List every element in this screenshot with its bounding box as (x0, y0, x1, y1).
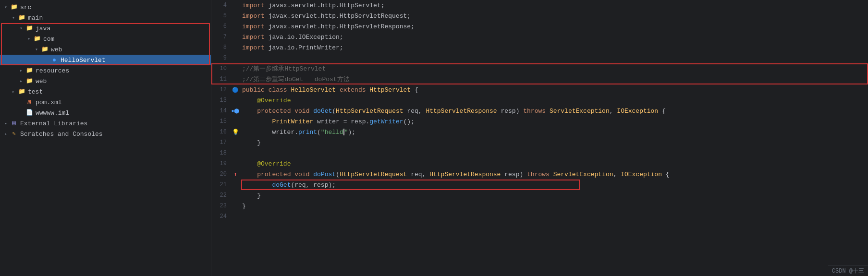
sidebar-item-label: src (20, 4, 31, 11)
code-line-6: 6 import javax.servlet.http.HttpServletR… (211, 21, 868, 32)
gutter: ⬆ (231, 171, 240, 178)
sidebar-item-pomxml[interactable]: m pom.xml (0, 97, 211, 108)
arrow-icon (10, 89, 17, 95)
ext-libs-icon: ▤ (10, 119, 18, 128)
code-line-4: 4 import javax.servlet.http.HttpServlet; (211, 0, 868, 11)
sidebar-item-java[interactable]: 📁 java (0, 23, 211, 34)
sidebar: 📁 src 📁 main 📁 java 📁 (0, 0, 211, 276)
line-number: 12 (211, 86, 231, 93)
line-number: 9 (211, 55, 231, 61)
code-line-19: 19 @Override (211, 158, 868, 169)
code-line-14: 14 ●⬤ protected void doGet(HttpServletRe… (211, 106, 868, 116)
code-line-21: 21 doGet(req, resp); (211, 180, 868, 190)
code-line-10: 10 ;//第一步继承HttpServlet (211, 63, 868, 74)
statusbar-text: CSDN @十三 (832, 268, 864, 275)
code-line-24: 24 (211, 211, 868, 222)
sidebar-item-label: com (43, 36, 54, 43)
breakpoint-icon: 🔵 (232, 87, 239, 93)
sidebar-item-web[interactable]: 📁 web (0, 44, 211, 55)
gutter: ●⬤ (231, 108, 240, 114)
folder-icon: 📁 (17, 87, 26, 96)
sidebar-item-helloservlet[interactable]: ● HelloServlet (0, 55, 211, 65)
folder-icon: 📁 (25, 77, 34, 85)
line-code: } (240, 192, 868, 199)
code-editor[interactable]: 4 import javax.servlet.http.HttpServlet;… (211, 0, 868, 276)
folder-icon: 📁 (25, 24, 34, 33)
gutter: 💡 (231, 129, 240, 136)
line-number: 7 (211, 34, 231, 40)
sidebar-item-com[interactable]: 📁 com (0, 34, 211, 44)
xml-icon: m (25, 98, 34, 107)
line-number: 13 (211, 97, 231, 104)
sidebar-item-external-libraries[interactable]: ▤ External Libraries (0, 118, 211, 129)
line-code: ;//第二步重写doGet doPost方法 (240, 75, 868, 84)
sidebar-item-web2[interactable]: 📁 web (0, 76, 211, 86)
code-line-11: 11 ;//第二步重写doGet doPost方法 (211, 74, 868, 84)
line-code: } (240, 139, 868, 146)
line-number: 15 (211, 118, 231, 125)
sidebar-item-label: wwwww.iml (36, 109, 69, 117)
line-code: @Override (240, 160, 868, 168)
sidebar-item-label: test (28, 88, 43, 96)
sidebar-item-scratches[interactable]: ✎ Scratches and Consoles (0, 129, 211, 139)
line-code: import javax.servlet.http.HttpServlet; (240, 2, 868, 9)
line-number: 10 (211, 65, 231, 72)
sidebar-item-label: External Libraries (20, 120, 87, 127)
line-code: protected void doPost(HttpServletRequest… (240, 171, 868, 178)
code-line-9: 9 (211, 53, 868, 63)
sidebar-item-label: java (36, 25, 50, 32)
line-code: writer.print("helld"); (240, 129, 868, 136)
arrow-icon (17, 78, 25, 84)
line-code: ;//第一步继承HttpServlet (240, 64, 868, 73)
folder-icon: 📁 (33, 35, 41, 43)
line-code: @Override (240, 97, 868, 104)
code-line-17: 17 } (211, 137, 868, 148)
line-code (240, 213, 868, 220)
line-code: import java.io.PrintWriter; (240, 44, 868, 51)
arrow-icon (25, 36, 33, 42)
code-line-12: 12 🔵 public class HelloServlet extends H… (211, 84, 868, 95)
sidebar-item-iml[interactable]: 📄 wwwww.iml (0, 108, 211, 118)
line-number: 5 (211, 12, 231, 19)
arrow-up-icon: ⬆ (234, 171, 237, 178)
highlighted-group: 📁 java 📁 com 📁 web ● (0, 23, 211, 65)
code-content: 4 import javax.servlet.http.HttpServlet;… (211, 0, 868, 276)
line-number: 8 (211, 44, 231, 51)
line-number: 17 (211, 139, 231, 146)
code-line-16: 16 💡 writer.print("helld"); (211, 127, 868, 137)
iml-icon: 📄 (25, 108, 34, 117)
file-tree: 📁 src 📁 main 📁 java 📁 (0, 0, 211, 139)
code-line-5: 5 import javax.servlet.http.HttpServletR… (211, 11, 868, 21)
sidebar-item-label: main (28, 14, 43, 22)
arrow-icon (17, 25, 25, 31)
line-code: import javax.servlet.http.HttpServletReq… (240, 12, 868, 20)
line-number: 4 (211, 2, 231, 9)
line-number: 22 (211, 192, 231, 199)
sidebar-item-test[interactable]: 📁 test (0, 86, 211, 97)
sidebar-item-src[interactable]: 📁 src (0, 2, 211, 12)
line-number: 21 (211, 181, 231, 188)
line-number: 24 (211, 213, 231, 220)
gutter: 🔵 (231, 87, 240, 93)
code-line-8: 8 import java.io.PrintWriter; (211, 42, 868, 53)
code-line-13: 13 @Override (211, 95, 868, 106)
line-number: 19 (211, 160, 231, 167)
folder-icon: 📁 (17, 13, 26, 22)
java-class-icon: ● (50, 56, 59, 64)
line-number: 16 (211, 129, 231, 135)
comment-highlight-group: 10 ;//第一步继承HttpServlet 11 ;//第二步重写doGet … (211, 63, 868, 84)
arrow-icon (10, 15, 17, 21)
line-code: PrintWriter writer = resp.getWriter(); (240, 118, 868, 125)
code-line-18: 18 (211, 148, 868, 158)
sidebar-item-label: web (51, 46, 62, 53)
sidebar-item-resources[interactable]: 📁 resources (0, 65, 211, 76)
line-number: 18 (211, 150, 231, 156)
sidebar-item-label: HelloServlet (61, 57, 106, 64)
line-code: doGet(req, resp); (240, 181, 868, 189)
code-line-15: 15 PrintWriter writer = resp.getWriter()… (211, 116, 868, 127)
sidebar-item-main[interactable]: 📁 main (0, 12, 211, 23)
arrow-icon (2, 120, 10, 126)
line-code: public class HelloServlet extends HttpSe… (240, 86, 868, 94)
line-number: 11 (211, 76, 231, 83)
sidebar-item-label: resources (36, 67, 69, 74)
